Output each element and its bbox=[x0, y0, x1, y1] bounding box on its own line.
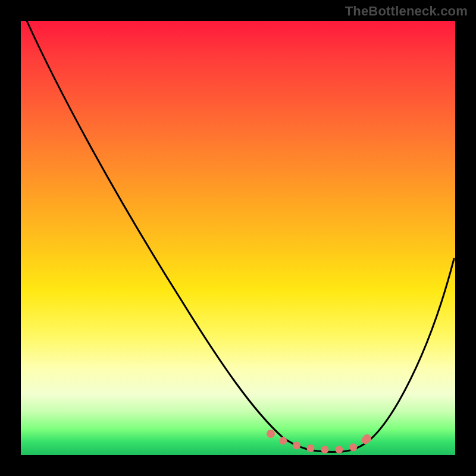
optimal-range-marker bbox=[271, 434, 367, 450]
chart-frame: TheBottleneck.com bbox=[0, 0, 476, 476]
bottleneck-curve bbox=[27, 21, 454, 452]
accent-end-dot bbox=[363, 434, 371, 443]
curve-layer bbox=[21, 21, 455, 455]
accent-start-dot bbox=[267, 430, 275, 438]
watermark-text: TheBottleneck.com bbox=[345, 4, 468, 19]
